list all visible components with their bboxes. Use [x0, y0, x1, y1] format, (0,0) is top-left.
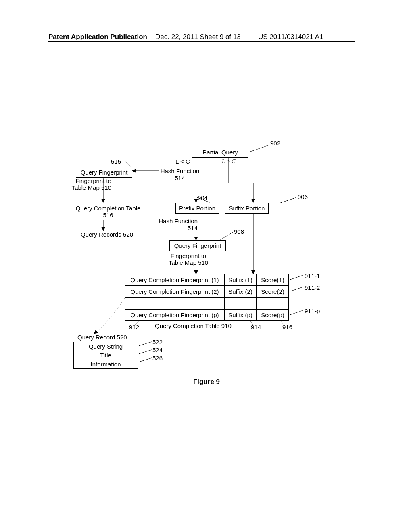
- ref-515: 515: [111, 158, 121, 165]
- cond-l-ge-c: L ≥ C: [222, 158, 236, 165]
- ref-902: 902: [270, 140, 280, 147]
- svg-line-0: [248, 145, 269, 152]
- ref-906: 906: [298, 193, 308, 200]
- suffix-2: Suffix (2): [224, 286, 257, 297]
- diagram-connectors: [0, 0, 413, 532]
- partial-query-box: Partial Query: [192, 147, 248, 158]
- query-record-520-label: Query Record 520: [77, 334, 127, 341]
- suffix-p: Suffix (p): [224, 309, 257, 321]
- svg-line-18: [290, 287, 303, 291]
- query-record-cell-info: Information: [73, 360, 138, 369]
- cond-l-lt-c: L < C: [175, 158, 190, 165]
- svg-line-12: [280, 197, 296, 203]
- ref-524: 524: [152, 347, 163, 353]
- ref-912: 912: [129, 324, 139, 330]
- qc-table-row-2: Query Completion Fingerprint (2) Suffix …: [125, 286, 289, 297]
- ref-916: 916: [282, 324, 292, 330]
- qc-table-row-1: Query Completion Fingerprint (1) Suffix …: [125, 274, 289, 286]
- svg-line-14: [220, 232, 233, 240]
- ref-911-1: 911-1: [305, 272, 320, 279]
- query-fingerprint-908: Query Fingerprint: [169, 240, 226, 251]
- qc-fp-1: Query Completion Fingerprint (1): [125, 274, 224, 286]
- suffix-portion: Suffix Portion: [225, 203, 269, 214]
- hash-function-514-mid: Hash Function 514: [157, 218, 198, 231]
- ref-914: 914: [251, 324, 261, 330]
- ref-904: 904: [198, 194, 208, 201]
- query-record-cell-title: Title: [73, 351, 138, 360]
- figure-caption: Figure 9: [0, 378, 413, 386]
- qc-fp-p: Query Completion Fingerprint (p): [125, 309, 224, 321]
- svg-line-17: [290, 275, 303, 280]
- svg-line-24: [139, 350, 152, 354]
- cell-dots-1: ...: [125, 297, 224, 309]
- qc-table-910-label: Query Completion Table 910: [155, 322, 232, 329]
- qc-table-row-dots: ... ... ...: [125, 297, 289, 309]
- fp-to-map-510-left: Fingerprint to Table Map 510: [63, 177, 111, 191]
- ref-911-2: 911-2: [305, 284, 320, 291]
- cell-dots-3: ...: [257, 297, 289, 309]
- hash-function-514-top: Hash Function 514: [160, 168, 200, 181]
- score-p: Score(p): [257, 309, 289, 321]
- query-fingerprint-515: Query Fingerprint: [76, 167, 132, 178]
- ref-911-p: 911-p: [305, 308, 320, 314]
- qc-table-row-p: Query Completion Fingerprint (p) Suffix …: [125, 309, 289, 321]
- ref-522: 522: [152, 339, 163, 345]
- svg-line-23: [139, 342, 152, 346]
- svg-line-19: [290, 310, 303, 315]
- qc-fp-2: Query Completion Fingerprint (2): [125, 286, 224, 297]
- query-record-cell-string: Query String: [73, 342, 138, 351]
- svg-line-25: [139, 358, 152, 362]
- prefix-portion: Prefix Portion: [175, 203, 219, 214]
- cell-dots-2: ...: [224, 297, 257, 309]
- query-records-520: Query Records 520: [81, 231, 133, 238]
- score-2: Score(2): [257, 286, 289, 297]
- qc-table-516: Query Completion Table 516: [68, 203, 148, 220]
- ref-526: 526: [152, 355, 163, 362]
- suffix-1: Suffix (1): [224, 274, 257, 286]
- score-1: Score(1): [257, 274, 289, 286]
- ref-908: 908: [234, 228, 244, 235]
- fp-to-map-510-mid: Fingerprint to Table Map 510: [165, 252, 212, 266]
